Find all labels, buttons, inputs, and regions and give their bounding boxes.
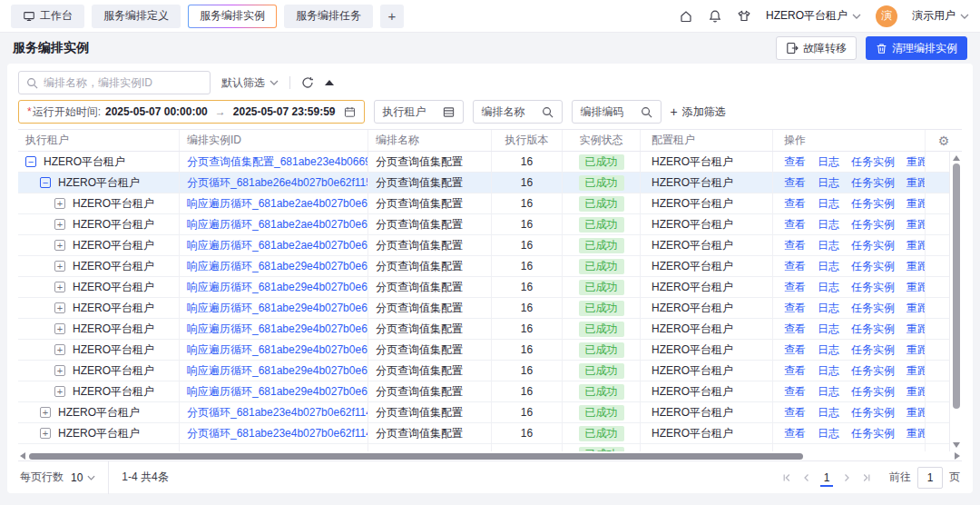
expand-node-toggle[interactable]: + <box>54 344 65 355</box>
action-rerun[interactable]: 重跑 <box>906 384 926 400</box>
action-view[interactable]: 查看 <box>784 342 806 358</box>
column-settings-gear-icon[interactable]: ⚙ <box>938 134 950 148</box>
action-view[interactable]: 查看 <box>784 259 806 274</box>
action-log[interactable]: 日志 <box>818 154 839 170</box>
table-row[interactable]: +HZERO平台租户响应遍历循环_681abe2ae4b027b0e62f116… <box>18 235 949 256</box>
table-row[interactable]: +HZERO平台租户分页循环_681abe23e4b027b0e62f1145分… <box>18 402 949 423</box>
action-view[interactable]: 查看 <box>784 154 806 170</box>
action-task-instance[interactable]: 任务实例 <box>851 259 895 274</box>
home-icon[interactable] <box>679 9 693 24</box>
action-rerun[interactable]: 重跑 <box>906 196 926 212</box>
action-task-instance[interactable]: 任务实例 <box>851 322 895 337</box>
action-log[interactable]: 日志 <box>818 426 839 441</box>
instance-id-link[interactable]: 分页循环_681abe26e4b027b0e62f115b <box>187 175 368 191</box>
table-row[interactable]: +HZERO平台租户响应遍历循环_681abe29e4b027b0e62f116… <box>18 298 949 319</box>
action-task-instance[interactable]: 任务实例 <box>851 280 895 295</box>
table-row[interactable]: +HZERO平台租户分页循环_681abe23e4b027b0e62f1146分… <box>18 423 949 444</box>
action-view[interactable]: 查看 <box>784 405 806 421</box>
action-task-instance[interactable]: 任务实例 <box>851 363 895 379</box>
action-log[interactable]: 日志 <box>818 217 839 233</box>
instance-id-link[interactable]: 响应遍历循环_681abe29e4b027b0e62f115f <box>187 322 368 337</box>
first-page-button[interactable] <box>777 468 797 488</box>
default-filter-dropdown[interactable]: 默认筛选 <box>221 75 279 91</box>
current-page[interactable]: 1 <box>817 468 837 488</box>
vertical-scroll-thumb[interactable] <box>953 163 960 409</box>
expand-node-toggle[interactable]: + <box>40 428 51 439</box>
search-input[interactable] <box>44 76 202 89</box>
expand-node-toggle[interactable]: + <box>54 302 65 313</box>
action-log[interactable]: 日志 <box>818 301 839 316</box>
table-row[interactable]: +HZERO平台租户响应遍历循环_681abe29e4b027b0e62f116… <box>18 277 949 298</box>
instance-id-link[interactable]: 响应遍历循环_681abe29e4b027b0e62f115d <box>187 363 368 379</box>
nav-tab-2[interactable]: 服务编排实例 <box>188 5 277 28</box>
action-rerun[interactable]: 重跑 <box>906 175 926 191</box>
table-row[interactable]: +HZERO平台租户响应遍历循环_681abe29e4b027b0e62f116… <box>18 256 949 277</box>
scroll-right-icon[interactable] <box>955 452 960 460</box>
action-rerun[interactable]: 重跑 <box>906 259 926 274</box>
bell-icon[interactable] <box>708 9 722 24</box>
page-size-select[interactable]: 10 <box>71 471 95 484</box>
action-log[interactable]: 日志 <box>818 259 839 274</box>
expand-node-toggle[interactable]: + <box>54 386 65 397</box>
action-view[interactable]: 查看 <box>784 217 806 233</box>
action-log[interactable]: 日志 <box>818 384 839 400</box>
action-view[interactable]: 查看 <box>784 363 806 379</box>
instance-id-link[interactable]: 响应遍历循环_681abe29e4b027b0e62f115c <box>187 384 368 400</box>
action-view[interactable]: 查看 <box>784 301 806 316</box>
expand-node-toggle[interactable]: + <box>40 407 51 418</box>
instance-id-link[interactable]: 响应遍历循环_681abe2ae4b027b0e62f1164 <box>187 217 368 233</box>
nav-tab-0[interactable]: 工作台 <box>11 5 84 28</box>
instance-id-link[interactable]: 响应遍历循环_681abe29e4b027b0e62f115e <box>187 342 368 358</box>
action-rerun[interactable]: 重跑 <box>906 426 926 441</box>
action-view[interactable]: 查看 <box>784 384 806 400</box>
action-log[interactable]: 日志 <box>818 280 839 295</box>
filter-chip-1[interactable]: 编排名称 <box>473 100 563 124</box>
expand-node-toggle[interactable]: + <box>54 261 65 272</box>
action-rerun[interactable]: 重跑 <box>906 280 926 295</box>
table-row[interactable]: −HZERO平台租户分页循环_681abe26e4b027b0e62f115b分… <box>18 173 949 193</box>
table-row[interactable]: +HZERO平台租户响应遍历循环_681abe2ae4b027b0e62f116… <box>18 214 949 235</box>
action-log[interactable]: 日志 <box>818 238 839 253</box>
next-page-button[interactable] <box>837 468 857 488</box>
theme-shirt-icon[interactable] <box>737 9 751 24</box>
instance-id-link[interactable]: 分页查询值集配置_681abe23e4b0669ef54286e9 <box>187 154 368 170</box>
horizontal-scrollbar[interactable] <box>18 451 962 460</box>
table-row[interactable]: +HZERO平台租户响应遍历循环_681abe29e4b027b0e62f115… <box>18 361 949 381</box>
action-log[interactable]: 日志 <box>818 196 839 212</box>
last-page-button[interactable] <box>857 468 877 488</box>
action-view[interactable]: 查看 <box>784 426 806 441</box>
action-task-instance[interactable]: 任务实例 <box>851 154 895 170</box>
action-view[interactable]: 查看 <box>784 175 806 191</box>
action-task-instance[interactable]: 任务实例 <box>851 342 895 358</box>
action-task-instance[interactable]: 任务实例 <box>851 175 895 191</box>
filter-chip-2[interactable]: 编排编码 <box>572 100 662 124</box>
expand-node-toggle[interactable]: + <box>54 323 65 334</box>
expand-node-toggle[interactable]: + <box>54 282 65 292</box>
action-task-instance[interactable]: 任务实例 <box>851 384 895 400</box>
tenant-switcher[interactable]: HZERO平台租户 <box>766 8 861 24</box>
instance-id-link[interactable]: 分页循环_681abe23e4b027b0e62f1146 <box>187 426 368 441</box>
expand-node-toggle[interactable]: + <box>54 198 65 209</box>
action-task-instance[interactable]: 任务实例 <box>851 405 895 421</box>
action-log[interactable]: 日志 <box>818 405 839 421</box>
action-task-instance[interactable]: 任务实例 <box>851 426 895 441</box>
date-range-filter[interactable]: *运行开始时间: 2025-05-07 00:00:00 → 2025-05-0… <box>18 100 365 124</box>
collapse-node-toggle[interactable]: − <box>25 156 36 167</box>
prev-page-button[interactable] <box>797 468 817 488</box>
instance-id-link[interactable]: 分页循环_681abe23e4b027b0e62f1145 <box>187 405 368 421</box>
table-row[interactable]: +HZERO平台租户响应遍历循环_681abe29e4b027b0e62f115… <box>18 319 949 340</box>
failover-button[interactable]: 故障转移 <box>776 36 857 60</box>
user-menu[interactable]: 演示用户 <box>912 8 969 24</box>
expand-node-toggle[interactable]: + <box>54 365 65 376</box>
table-row[interactable]: +HZERO平台租户响应遍历循环_681abe29e4b027b0e62f115… <box>18 340 949 361</box>
instance-id-link[interactable]: 响应遍历循环_681abe29e4b027b0e62f1162 <box>187 259 368 274</box>
action-log[interactable]: 日志 <box>818 342 839 358</box>
action-log[interactable]: 日志 <box>818 175 839 191</box>
nav-tab-1[interactable]: 服务编排定义 <box>92 5 181 28</box>
vertical-scrollbar[interactable] <box>949 152 962 451</box>
action-rerun[interactable]: 重跑 <box>906 301 926 316</box>
horizontal-scroll-thumb[interactable] <box>29 453 803 460</box>
instance-id-link[interactable]: 响应遍历循环_681abe29e4b027b0e62f1160 <box>187 301 368 316</box>
action-task-instance[interactable]: 任务实例 <box>851 238 895 253</box>
action-task-instance[interactable]: 任务实例 <box>851 196 895 212</box>
